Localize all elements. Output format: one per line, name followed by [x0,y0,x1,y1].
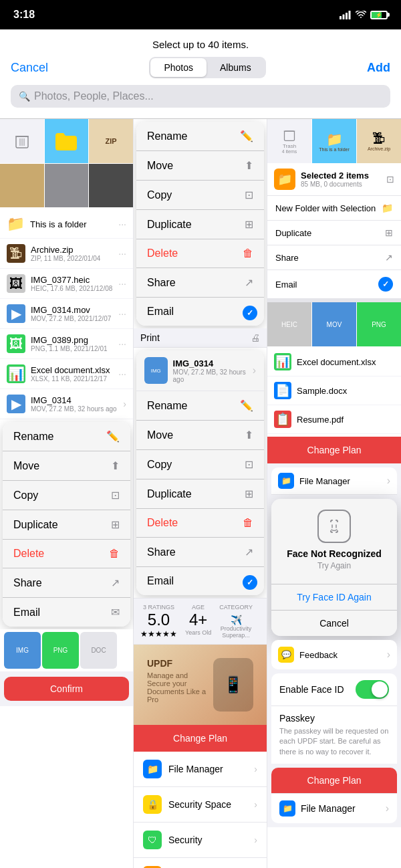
email-menu-item-3[interactable]: Email ✓ [136,567,264,595]
right-duplicate-item[interactable]: Duplicate ⊞ [267,221,401,245]
list-item[interactable]: 🖼 IMG_0389.png PNG, 1.1 MB, 2021/12/01 ·… [0,329,133,359]
chevron-right: › [387,475,390,487]
copy-icon-3: ⊡ [245,458,253,471]
right-xlsx-item[interactable]: 📊 Excel document.xlsx [267,348,401,376]
share-menu-item[interactable]: Share ↗ [3,568,130,598]
nav-bar: Cancel Photos Albums Add [0,57,401,78]
cancel-button[interactable]: Cancel [11,61,48,75]
delete-menu-item[interactable]: Delete 🗑 [3,540,130,568]
print-item[interactable]: Print 🖨 [134,328,267,348]
feedback-item-right[interactable]: 💬 Feedback › [271,640,397,669]
check-badge-2: ✓ [243,575,257,590]
category-sub: Superap... [219,632,253,639]
more-icon[interactable]: ··· [118,219,126,229]
right-docx-item[interactable]: 📄 Sample.docx [267,376,401,405]
center-context-menu: Rename ✏️ Move ⬆ Copy ⊡ Duplicate ⊞ [136,122,264,326]
more-icon[interactable]: ··· [118,248,126,259]
status-icons: ⚡ [340,11,388,19]
change-plan-button[interactable]: Change Plan [134,725,267,752]
battery-icon: ⚡ [370,11,388,19]
list-item[interactable]: 📊 Excel document.xlsx XLSX, 11 KB, 2021/… [0,359,133,389]
svg-rect-2 [346,13,348,19]
try-face-id-button[interactable]: Try Face ID Again [271,584,397,610]
more-icon[interactable]: ··· [118,338,126,349]
enable-face-id-label: Enable Face ID [279,684,344,695]
move-menu-item-3[interactable]: Move ⬆ [136,421,264,450]
share-icon-3: ↗ [245,546,253,558]
move-menu-item-2[interactable]: Move ⬆ [136,151,264,181]
more-icon[interactable]: ··· [118,368,126,379]
heic-icon: 🖼 [7,274,25,293]
email-menu-item-2[interactable]: Email ✓ [136,298,264,326]
right-change-plan-button[interactable]: Change Plan [267,437,401,463]
list-item[interactable]: ▶ IMG_0314.mov MOV, 27.2 MB, 2021/12/07 … [0,299,133,329]
right-pdf-item[interactable]: 📋 Resume.pdf [267,405,401,434]
rename-menu-item-3[interactable]: Rename ✏️ [136,391,264,421]
list-item[interactable]: 🗜 Archive.zip ZIP, 11 MB, 2022/01/04 ··· [0,239,133,269]
bottom-change-plan[interactable]: Change Plan [271,768,397,793]
chevron-icon-3: › [254,764,257,774]
delete-menu-item-3[interactable]: Delete 🗑 [136,509,264,538]
status-bar: 3:18 ⚡ [0,0,401,29]
copy-menu-item[interactable]: Copy ⊡ [3,481,130,510]
feedback-icon-right: 💬 [278,647,294,663]
thumb-folder [45,119,89,163]
security-space-item[interactable]: 🔒 Security Space › [134,787,267,823]
pdf-viewer-item[interactable]: 📋 PDF Viewer › [134,858,267,868]
email-menu-item[interactable]: Email ✉ [3,598,130,627]
copy-menu-item-2[interactable]: Copy ⊡ [136,181,264,210]
right-check-badge: ✓ [378,277,393,292]
rename-menu-item-2[interactable]: Rename ✏️ [136,122,264,151]
list-item[interactable]: 🖼 IMG_0377.heic HEIC, 17.6 MB, 2021/12/0… [0,269,133,299]
share-menu-item-2[interactable]: Share ↗ [136,268,264,298]
copy-menu-item-3[interactable]: Copy ⊡ [136,450,264,479]
confirm-button[interactable]: Confirm [4,677,129,701]
thumb-img2 [45,164,89,208]
more-icon[interactable]: ··· [118,308,126,319]
heic-thumb: HEIC [267,302,311,346]
bottom-thumb-2: PNG [42,632,79,669]
duplicate-menu-item-3[interactable]: Duplicate ⊞ [136,479,264,509]
face-id-section: 📁 File Manager › [267,463,401,827]
select-info: Select up to 40 items. [0,36,401,57]
duplicate-menu-item[interactable]: Duplicate ⊞ [3,510,130,540]
tab-photos[interactable]: Photos [150,58,207,77]
right-email-item[interactable]: Email ✓ [267,270,401,298]
right-thumb-zip: 🗜 Archive.zip [357,119,401,163]
share-email-section: Share ↗ Email ✓ [267,245,401,302]
new-folder-item[interactable]: New Folder with Selection 📁 [267,196,401,221]
more-icon[interactable]: ··· [118,278,126,289]
file-manager-item[interactable]: 📁 File Manager › [134,752,267,787]
right-share-item[interactable]: Share ↗ [267,245,401,270]
right-file-list: 📊 Excel document.xlsx 📄 Sample.docx 📋 Re… [267,348,401,434]
search-bar[interactable]: 🔍 Photos, People, Places... [11,85,390,108]
add-button[interactable]: Add [367,61,390,75]
segment-control: Photos Albums [149,57,265,78]
right-actions: New Folder with Selection 📁 Duplicate ⊞ [267,196,401,245]
tab-albums[interactable]: Albums [207,58,265,77]
duplicate-menu-item-2[interactable]: Duplicate ⊞ [136,210,264,239]
list-item[interactable]: ▶ IMG_0314 MOV, 27.2 MB, 32 hours ago › [0,389,133,419]
passkey-title: Passkey [279,713,389,724]
right-panel: Trash 4 items 📁 This is a folder 🗜 [267,119,401,868]
updf-phone-preview: 📱 [213,658,253,712]
copy-icon-right: ⊡ [386,174,394,185]
security-space-label: Security Space [168,799,247,810]
security-item[interactable]: 🛡 Security › [134,823,267,858]
chevron-icon[interactable]: › [123,399,126,409]
share-menu-item-3[interactable]: Share ↗ [136,538,264,567]
wifi-icon [356,11,366,19]
xlsx-icon: 📊 [7,364,25,383]
rename-menu-item[interactable]: Rename ✏️ [3,422,130,451]
file-manager-row[interactable]: 📁 File Manager › [271,467,397,495]
delete-menu-item-2[interactable]: Delete 🗑 [136,239,264,268]
cancel-face-id-button[interactable]: Cancel [271,610,397,636]
feedback-chevron: › [387,649,390,661]
duplicate-icon-3: ⊞ [245,487,253,500]
face-id-toggle[interactable] [356,680,389,699]
settings-list: 📁 File Manager › 🔒 Security Space › 🛡 Se… [134,752,267,868]
bottom-file-manager[interactable]: 📁 File Manager › [271,793,397,823]
list-item[interactable]: 📁 This is a folder ··· [0,210,133,239]
img-filename: IMG_0314 [173,358,247,368]
move-menu-item[interactable]: Move ⬆ [3,451,130,481]
